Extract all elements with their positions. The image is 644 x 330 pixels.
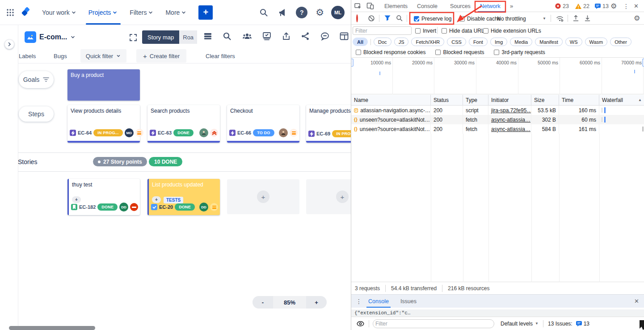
third-party-requests-checkbox[interactable]: 3rd-party requests xyxy=(494,49,545,55)
request-initiator-link[interactable]: jira-spa.72fe95… xyxy=(491,107,531,114)
project-title[interactable]: E-com... xyxy=(39,33,76,41)
filter-bugs[interactable]: Bugs xyxy=(54,53,67,59)
issues-summary[interactable]: 13 Issues: xyxy=(548,321,572,327)
message-count[interactable]: 13 xyxy=(595,0,609,12)
chip-ws[interactable]: WS xyxy=(565,38,582,46)
console-filter-input[interactable] xyxy=(373,319,494,328)
nav-your-work[interactable]: Your work xyxy=(42,9,77,16)
quick-filter-button[interactable]: Quick filter xyxy=(80,49,126,63)
step-card-ec69[interactable]: Manage products EC-69 IN PROG... xyxy=(306,105,351,143)
story-card-ec182[interactable]: thuy test + EC-182 DONE DD xyxy=(67,179,140,215)
goal-card[interactable]: Buy a product xyxy=(67,69,140,101)
chip-manifest[interactable]: Manifest xyxy=(535,38,563,46)
network-request-row[interactable]: {}unseen?source=atlaskitNot… 200 fetch a… xyxy=(351,115,644,124)
people-icon[interactable] xyxy=(242,32,252,41)
column-header-name[interactable]: Name xyxy=(351,95,431,105)
add-story-placeholder[interactable]: + xyxy=(227,179,299,214)
board-search-icon[interactable] xyxy=(223,32,232,41)
request-initiator-link[interactable]: async-atlassia… xyxy=(491,117,530,123)
fullscreen-icon[interactable] xyxy=(129,34,137,42)
preserve-log-checkbox[interactable]: Preserve log xyxy=(414,16,451,22)
chip-css[interactable]: CSS xyxy=(447,38,466,46)
eye-icon[interactable] xyxy=(357,321,364,326)
network-conditions-icon[interactable] xyxy=(556,15,564,22)
tab-network[interactable]: Network xyxy=(480,0,501,12)
feedback-icon[interactable] xyxy=(320,32,329,41)
devtools-close-icon[interactable]: ✕ xyxy=(634,0,639,12)
chip-img[interactable]: Img xyxy=(490,38,507,46)
zoom-out-button[interactable]: - xyxy=(253,296,273,309)
sidebar-expand-button[interactable] xyxy=(4,39,14,49)
error-count[interactable]: 23 xyxy=(555,0,569,12)
clear-filters-button[interactable]: Clear filters xyxy=(206,53,235,59)
chip-doc[interactable]: Doc xyxy=(374,38,391,46)
search-icon[interactable] xyxy=(259,8,268,17)
export-icon[interactable] xyxy=(282,32,290,41)
column-header-type[interactable]: Type xyxy=(463,95,488,105)
chip-other[interactable]: Other xyxy=(610,38,631,46)
create-button[interactable]: + xyxy=(198,5,213,20)
add-button[interactable]: + xyxy=(72,196,81,203)
horizontal-scrollbar[interactable] xyxy=(9,326,95,330)
request-initiator-link[interactable]: async-atlassia… xyxy=(491,126,530,132)
network-filter-input[interactable] xyxy=(353,26,412,35)
column-header-size[interactable]: Size xyxy=(531,95,559,105)
create-filter-button[interactable]: + Create filter xyxy=(136,49,186,63)
view-toggle-storymap[interactable]: Story map xyxy=(142,30,179,44)
lane-steps[interactable]: Steps xyxy=(19,106,54,122)
tab-elements[interactable]: Elements xyxy=(384,0,408,12)
chip-all[interactable]: All xyxy=(353,38,368,46)
drawer-menu-icon[interactable]: ⋮ xyxy=(356,298,362,305)
announcement-icon[interactable] xyxy=(278,8,287,17)
invert-checkbox[interactable]: Invert xyxy=(415,28,436,34)
devtools-menu-icon[interactable]: ⋮ xyxy=(623,0,629,12)
column-header-status[interactable]: Status xyxy=(431,95,463,105)
hide-data-urls-checkbox[interactable]: Hide data URLs xyxy=(442,28,487,34)
column-header-waterfall[interactable]: Waterfall ▲ xyxy=(599,95,644,105)
throttling-select[interactable]: No throttling xyxy=(497,16,526,22)
hide-extension-urls-checkbox[interactable]: Hide extension URLs xyxy=(483,28,541,34)
tab-sources[interactable]: Sources xyxy=(450,0,471,12)
network-request-row[interactable]: atlassian-navigation.async-… 200 script … xyxy=(351,106,644,115)
chip-font[interactable]: Font xyxy=(469,38,488,46)
network-search-icon[interactable] xyxy=(396,15,403,21)
column-header-initiator[interactable]: Initiator xyxy=(488,95,531,105)
warning-count[interactable]: 22 xyxy=(575,0,589,12)
tab-console[interactable]: Console xyxy=(417,0,438,12)
app-switcher-icon[interactable] xyxy=(6,8,14,17)
column-header-time[interactable]: Time xyxy=(559,95,599,105)
overview-right-handle[interactable] xyxy=(642,59,644,67)
console-message-bar[interactable]: {"extension_id":"c… xyxy=(351,309,644,317)
chip-fetch-xhr[interactable]: Fetch/XHR xyxy=(411,38,444,46)
lane-goals[interactable]: Goals xyxy=(19,71,54,88)
device-toolbar-icon[interactable] xyxy=(366,2,374,10)
inspect-element-icon[interactable] xyxy=(354,2,362,10)
jira-logo-icon[interactable] xyxy=(21,7,31,18)
story-card-ec20[interactable]: List products updated + TESTS EC-20 DONE… xyxy=(147,179,220,215)
view-toggle-roadmap[interactable]: Roa xyxy=(179,30,197,44)
help-icon[interactable]: ? xyxy=(296,7,307,18)
share-icon[interactable] xyxy=(301,32,310,41)
chip-wasm[interactable]: Wasm xyxy=(585,38,608,46)
overview-left-handle[interactable] xyxy=(351,59,354,67)
disable-cache-checkbox[interactable]: Disable cache xyxy=(459,16,501,22)
default-levels-select[interactable]: Default levels ▼ xyxy=(501,321,539,327)
import-har-icon[interactable] xyxy=(573,15,579,21)
throttling-dropdown-icon[interactable]: ▼ xyxy=(543,17,546,21)
filter-labels[interactable]: Labels xyxy=(19,53,36,59)
rows-view-icon[interactable] xyxy=(203,32,212,41)
drawer-close-icon[interactable]: ✕ xyxy=(634,298,639,305)
drawer-tab-console[interactable]: Console xyxy=(368,295,389,308)
settings-gear-icon[interactable]: ⚙ xyxy=(316,8,324,17)
step-card-ec63[interactable]: Search products EC-63 DONE xyxy=(147,105,220,143)
step-card-ec66[interactable]: Checkout EC-66 TO DO xyxy=(227,105,299,143)
nav-filters[interactable]: Filters xyxy=(130,9,154,16)
network-settings-gear-icon[interactable]: ⚙ xyxy=(634,14,640,22)
export-har-icon[interactable] xyxy=(585,15,590,21)
user-avatar[interactable]: ML xyxy=(331,6,345,19)
chip-js[interactable]: JS xyxy=(394,38,409,46)
add-button[interactable]: + xyxy=(152,196,161,203)
clear-network-log-icon[interactable] xyxy=(368,15,375,21)
zoom-in-button[interactable]: + xyxy=(306,296,327,309)
monitor-check-icon[interactable] xyxy=(262,32,271,41)
